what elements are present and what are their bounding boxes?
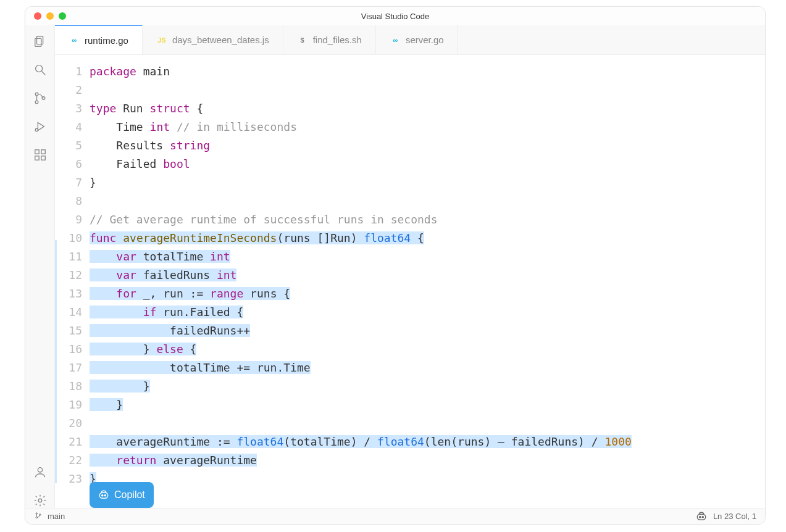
code-line[interactable]: averageRuntime := float64(totalTime) / f… <box>90 433 765 451</box>
svg-rect-9 <box>35 150 38 154</box>
code-line[interactable]: var failedRuns int <box>90 266 765 285</box>
line-number: 19 <box>55 396 82 414</box>
settings-gear-icon[interactable] <box>33 493 48 508</box>
search-icon[interactable] <box>33 62 48 77</box>
go-file-icon: ∞ <box>69 36 80 44</box>
tab-days_between_dates-js[interactable]: JSdays_between_dates.js <box>143 25 283 54</box>
svg-point-4 <box>35 93 38 96</box>
svg-point-20 <box>40 514 41 515</box>
line-number: 5 <box>55 136 82 155</box>
svg-point-18 <box>36 513 37 514</box>
code-line[interactable]: Time int // in milliseconds <box>90 118 765 136</box>
line-number: 1 <box>55 62 82 81</box>
svg-point-17 <box>104 495 106 496</box>
line-number: 14 <box>55 303 82 322</box>
svg-point-13 <box>38 468 42 472</box>
files-icon[interactable] <box>33 34 48 49</box>
copilot-icon <box>98 489 109 501</box>
code-content[interactable]: package maintype Run struct { Time int /… <box>90 62 765 508</box>
code-editor[interactable]: 1234567891011121314151617181920212223 pa… <box>55 55 765 508</box>
line-number: 9 <box>55 210 82 229</box>
line-number: 8 <box>55 192 82 210</box>
code-line[interactable]: } <box>90 470 765 488</box>
svg-rect-1 <box>35 38 41 46</box>
line-number: 16 <box>55 340 82 359</box>
line-number: 11 <box>55 247 82 266</box>
extensions-icon[interactable] <box>33 148 48 162</box>
window-title: Visual Studio Code <box>361 12 429 21</box>
tab-server-go[interactable]: ∞server.go <box>376 25 458 54</box>
code-line[interactable] <box>90 414 765 433</box>
svg-point-5 <box>35 101 38 104</box>
code-line[interactable]: for _, run := range runs { <box>90 285 765 303</box>
status-bar: main Ln 23 Col, 1 <box>25 508 765 524</box>
code-line[interactable]: if run.Failed { <box>90 303 765 322</box>
line-number: 15 <box>55 322 82 340</box>
line-number: 18 <box>55 377 82 396</box>
account-icon[interactable] <box>33 465 48 480</box>
svg-rect-15 <box>99 493 108 498</box>
svg-point-16 <box>102 495 103 496</box>
svg-rect-21 <box>697 514 706 520</box>
code-line[interactable]: // Get average runtime of successful run… <box>90 210 765 229</box>
workbench: ∞runtime.goJSdays_between_dates.js$find_… <box>25 25 765 508</box>
line-number: 21 <box>55 433 82 451</box>
branch-name[interactable]: main <box>48 512 65 521</box>
zoom-window-button[interactable] <box>59 12 66 20</box>
run-debug-icon[interactable] <box>33 119 48 134</box>
code-line[interactable] <box>90 81 765 99</box>
code-line[interactable]: totalTime += run.Time <box>90 359 765 377</box>
code-line[interactable]: return averageRuntime <box>90 451 765 470</box>
go-file-icon: ∞ <box>390 36 401 44</box>
code-line[interactable]: func averageRuntimeInSeconds(runs []Run)… <box>90 229 765 247</box>
code-line[interactable]: Failed bool <box>90 155 765 173</box>
code-line[interactable]: } <box>90 377 765 396</box>
line-number: 4 <box>55 118 82 136</box>
tab-label: runtime.go <box>85 35 128 46</box>
line-number: 12 <box>55 266 82 285</box>
line-number: 7 <box>55 173 82 192</box>
line-number: 13 <box>55 285 82 303</box>
svg-marker-7 <box>38 123 44 131</box>
sh-file-icon: $ <box>297 36 308 44</box>
svg-point-23 <box>702 516 703 517</box>
svg-point-22 <box>700 516 701 517</box>
activity-bar <box>25 25 55 508</box>
code-line[interactable]: package main <box>90 62 765 81</box>
main-area: ∞runtime.goJSdays_between_dates.js$find_… <box>55 25 765 508</box>
copilot-status-icon[interactable] <box>696 511 707 522</box>
svg-rect-11 <box>41 156 44 160</box>
svg-rect-12 <box>41 150 44 154</box>
code-line[interactable]: } else { <box>90 340 765 359</box>
tab-label: days_between_dates.js <box>172 35 269 45</box>
code-line[interactable]: } <box>90 173 765 192</box>
svg-point-19 <box>36 517 37 518</box>
cursor-position[interactable]: Ln 23 Col, 1 <box>713 512 756 521</box>
line-number: 23 <box>55 470 82 488</box>
code-line[interactable]: Results string <box>90 136 765 155</box>
svg-point-14 <box>38 499 42 502</box>
svg-point-8 <box>35 128 38 131</box>
code-line[interactable] <box>90 192 765 210</box>
line-number: 2 <box>55 81 82 99</box>
code-line[interactable]: type Run struct { <box>90 99 765 118</box>
line-number: 10 <box>55 229 82 247</box>
copilot-button[interactable]: Copilot <box>90 482 154 508</box>
copilot-label: Copilot <box>114 486 145 504</box>
window-controls <box>34 12 66 20</box>
line-gutter: 1234567891011121314151617181920212223 <box>55 62 90 508</box>
line-number: 22 <box>55 451 82 470</box>
close-window-button[interactable] <box>34 12 41 20</box>
minimize-window-button[interactable] <box>46 12 54 20</box>
tab-find_files-sh[interactable]: $find_files.sh <box>283 25 376 54</box>
code-line[interactable]: failedRuns++ <box>90 322 765 340</box>
source-control-icon[interactable] <box>33 91 48 106</box>
line-number: 20 <box>55 414 82 433</box>
line-number: 3 <box>55 99 82 118</box>
svg-rect-10 <box>35 156 38 160</box>
code-line[interactable]: var totalTime int <box>90 247 765 266</box>
svg-point-2 <box>35 65 42 72</box>
branch-icon[interactable] <box>35 512 41 521</box>
tab-runtime-go[interactable]: ∞runtime.go <box>55 25 143 54</box>
code-line[interactable]: } <box>90 396 765 414</box>
